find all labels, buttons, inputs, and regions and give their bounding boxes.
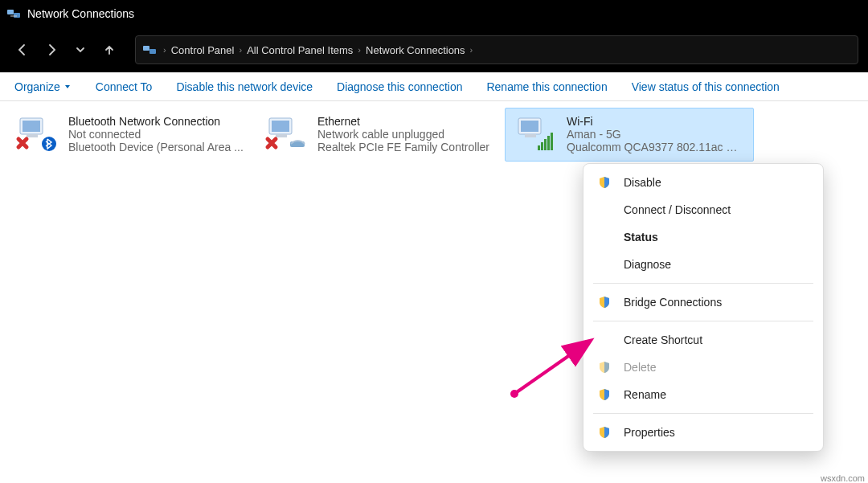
wifi-icon [514, 115, 559, 154]
addressbar-icon [142, 43, 157, 57]
svg-rect-13 [521, 121, 538, 132]
svg-rect-2 [143, 46, 149, 51]
menu-separator [593, 413, 813, 414]
connection-device: Bluetooth Device (Personal Area ... [68, 141, 247, 153]
menu-label: Bridge Connections [624, 296, 722, 309]
menu-label: Create Shortcut [624, 334, 702, 346]
menu-label: Rename [624, 388, 666, 401]
connection-name: Wi-Fi [567, 115, 745, 128]
menu-label: Disable [624, 176, 661, 189]
breadcrumb-control-panel[interactable]: Control Panel [168, 44, 238, 56]
window-title: Network Connections [27, 7, 134, 20]
disable-device-button[interactable]: Disable this network device [176, 80, 313, 93]
menu-label: Properties [624, 426, 675, 439]
svg-rect-10 [276, 134, 287, 137]
menu-properties[interactable]: Properties [583, 419, 823, 446]
titlebar: Network Connections [0, 0, 868, 27]
menu-connect-disconnect[interactable]: Connect / Disconnect [583, 196, 823, 223]
content-area: Bluetooth Network Connection Not connect… [0, 101, 868, 168]
svg-rect-14 [525, 134, 536, 137]
diagnose-connection-button[interactable]: Diagnose this connection [337, 80, 462, 93]
forward-button[interactable] [39, 37, 64, 63]
svg-rect-5 [23, 121, 40, 132]
svg-rect-16 [541, 142, 543, 150]
svg-rect-3 [149, 49, 156, 54]
address-bar[interactable]: › Control Panel › All Control Panel Item… [135, 35, 858, 64]
rename-connection-button[interactable]: Rename this connection [486, 80, 607, 93]
svg-rect-1 [14, 13, 20, 18]
view-status-button[interactable]: View status of this connection [632, 80, 780, 93]
menu-separator [593, 283, 813, 284]
connection-device: Realtek PCIe FE Family Controller [317, 141, 496, 153]
menu-delete: Delete [583, 354, 823, 381]
network-connections-icon [6, 6, 21, 21]
connection-name: Bluetooth Network Connection [68, 115, 247, 128]
menu-status[interactable]: Status [583, 223, 823, 251]
menu-separator [593, 321, 813, 321]
connection-item-wifi[interactable]: Wi-Fi Aman - 5G Qualcomm QCA9377 802.11a… [505, 108, 754, 162]
shield-icon [596, 361, 612, 374]
menu-label: Connect / Disconnect [624, 203, 731, 216]
shield-icon [596, 388, 612, 401]
svg-point-20 [510, 390, 518, 398]
connection-status: Not connected [68, 128, 247, 141]
up-button[interactable] [96, 37, 122, 63]
connection-status: Network cable unplugged [317, 128, 496, 141]
connection-device: Qualcomm QCA9377 802.11ac Wi... [567, 141, 745, 153]
context-menu: Disable Connect / Disconnect Status Diag… [583, 163, 824, 452]
watermark: wsxdn.com [821, 473, 865, 483]
chevron-right-icon: › [239, 45, 242, 55]
breadcrumb-all-items[interactable]: All Control Panel Items [244, 44, 356, 56]
chevron-right-icon: › [358, 45, 361, 55]
organize-menu[interactable]: Organize [14, 80, 72, 93]
breadcrumb-network-connections[interactable]: Network Connections [362, 44, 469, 56]
svg-rect-6 [27, 134, 38, 137]
chevron-right-icon: › [470, 45, 473, 55]
bluetooth-icon [15, 115, 60, 154]
connection-item-bluetooth[interactable]: Bluetooth Network Connection Not connect… [6, 108, 256, 162]
back-button[interactable] [10, 37, 35, 63]
recent-locations-button[interactable] [68, 37, 93, 63]
organize-label: Organize [14, 80, 60, 93]
navbar: › Control Panel › All Control Panel Item… [0, 27, 868, 72]
command-toolbar: Organize Connect To Disable this network… [0, 72, 868, 101]
ethernet-icon [264, 115, 309, 154]
menu-label: Diagnose [624, 258, 671, 271]
svg-rect-9 [272, 121, 289, 132]
menu-diagnose[interactable]: Diagnose [583, 251, 823, 278]
chevron-right-icon: › [163, 45, 166, 55]
dropdown-arrow-icon [63, 83, 72, 91]
shield-icon [596, 176, 612, 189]
svg-rect-17 [544, 139, 547, 150]
shield-icon [596, 296, 612, 309]
shield-icon [596, 426, 612, 439]
menu-rename[interactable]: Rename [583, 381, 823, 408]
svg-rect-15 [538, 145, 540, 150]
svg-rect-18 [547, 136, 550, 150]
menu-label: Delete [624, 361, 656, 374]
connection-name: Ethernet [317, 115, 496, 128]
connection-status: Aman - 5G [567, 128, 745, 141]
connection-item-ethernet[interactable]: Ethernet Network cable unplugged Realtek… [256, 108, 505, 162]
menu-create-shortcut[interactable]: Create Shortcut [583, 326, 823, 354]
menu-label: Status [624, 231, 658, 244]
menu-disable[interactable]: Disable [583, 169, 823, 196]
svg-rect-0 [7, 10, 14, 14]
menu-bridge-connections[interactable]: Bridge Connections [583, 289, 823, 316]
svg-rect-19 [551, 133, 553, 150]
connect-to-button[interactable]: Connect To [96, 80, 153, 93]
